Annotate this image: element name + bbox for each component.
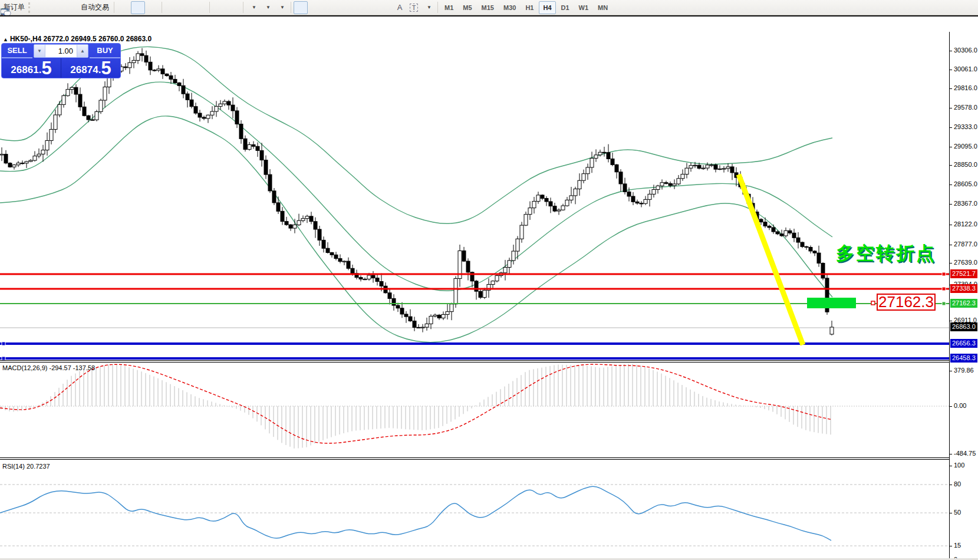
vertical-line-button[interactable] <box>322 1 336 14</box>
axis-tick <box>950 185 952 185</box>
price-axis-label: 28367.0 <box>954 200 977 207</box>
search-button[interactable] <box>938 1 952 14</box>
text-label-button[interactable]: T <box>407 1 421 14</box>
trendline-button[interactable] <box>350 1 364 14</box>
price-axis-label: 29816.0 <box>954 84 977 91</box>
axis-tick <box>950 321 952 321</box>
cursor-button[interactable] <box>294 1 308 14</box>
zoom-out-button[interactable] <box>179 1 193 14</box>
price-badge: 26656.3 <box>950 339 977 348</box>
auto-trading-button[interactable]: 自动交易 <box>77 1 111 14</box>
text-icon: A <box>397 3 403 12</box>
tile-windows-button[interactable] <box>193 1 207 14</box>
timeframe-button-m15[interactable]: M15 <box>478 1 498 14</box>
price-axis-label: 30061.0 <box>954 65 977 73</box>
axis-tick <box>950 263 952 263</box>
bollinger-upper-band <box>0 47 832 223</box>
sell-button[interactable]: SELL <box>2 44 32 58</box>
timeframe-button-h1[interactable]: H1 <box>521 1 538 14</box>
volume-value[interactable]: 1.00 <box>45 45 77 57</box>
equidistant-channel-button[interactable]: E <box>364 1 378 14</box>
new-chart-dropdown[interactable]: ▼ <box>246 1 260 14</box>
bar-chart-button[interactable] <box>117 1 131 14</box>
chevron-down-icon: ▼ <box>252 5 256 10</box>
axis-tick <box>950 245 952 245</box>
volume-down-button[interactable]: ▼ <box>34 45 45 57</box>
rsi-axis-label: 15 <box>954 542 961 549</box>
sell-price[interactable]: 26861.5 <box>2 58 61 78</box>
text-button[interactable]: A <box>393 1 407 14</box>
axis-tick <box>950 165 952 166</box>
green-zone-rect[interactable] <box>807 298 856 308</box>
collapse-triangle-icon[interactable]: ▲ <box>3 37 8 42</box>
toolbar-separator <box>437 2 438 13</box>
chevron-down-icon: ▼ <box>280 5 285 10</box>
timeframe-button-m5[interactable]: M5 <box>459 1 476 14</box>
rsi-splitter[interactable] <box>0 457 978 460</box>
toolbar-separator <box>114 2 114 13</box>
timeframe-button-d1[interactable]: D1 <box>557 1 574 14</box>
axis-tick <box>950 485 952 485</box>
toolbar-separator <box>291 2 291 13</box>
axis-tick <box>950 70 952 70</box>
horizontal-line-button[interactable] <box>336 1 350 14</box>
axis-tick <box>950 466 952 466</box>
axis-tick <box>950 88 952 89</box>
axis-tick <box>950 204 952 205</box>
volume-stepper: ▼ 1.00 ▲ <box>34 44 88 58</box>
crosshair-button[interactable] <box>308 1 322 14</box>
price-axis-label: 29578.0 <box>954 104 977 111</box>
signals-button[interactable] <box>62 1 77 14</box>
main-toolbar: 新订单 自动交易 ▼ ▼ ▼ E F A T ▼ M1M5M15M30H1H4D… <box>0 0 978 15</box>
macd-splitter[interactable] <box>0 360 978 363</box>
yellow-trendline[interactable] <box>739 174 803 345</box>
line-chart-button[interactable] <box>145 1 159 14</box>
mql5-community-button[interactable] <box>48 1 62 14</box>
line-handle[interactable] <box>942 302 946 305</box>
price-axis[interactable]: 30306.030061.029816.029578.029333.029095… <box>949 32 978 560</box>
metaeditor-button[interactable] <box>34 1 48 14</box>
profiles-dropdown[interactable]: ▼ <box>260 1 274 14</box>
buy-price[interactable]: 26874.5 <box>61 58 120 78</box>
note-anchor-handle[interactable] <box>871 301 875 305</box>
macd-axis-label: -484.75 <box>954 450 976 457</box>
timeframe-button-h4[interactable]: H4 <box>539 1 555 14</box>
price-axis-label: 28122.0 <box>954 220 977 228</box>
symbol-header: ▲HK50-,H4 26772.0 26949.5 26760.0 26863.… <box>3 35 152 43</box>
macd-chart-canvas[interactable] <box>0 363 949 459</box>
chart-shift-button[interactable] <box>226 1 241 14</box>
text-label-icon: T <box>410 4 419 12</box>
main-chart-canvas[interactable] <box>0 33 949 363</box>
timeframe-button-m1[interactable]: M1 <box>440 1 457 14</box>
chat-button[interactable] <box>957 1 971 14</box>
chevron-down-icon: ▼ <box>427 5 432 10</box>
auto-scroll-button[interactable] <box>212 1 226 14</box>
rsi-axis-label: 50 <box>954 509 961 516</box>
rsi-chart-canvas[interactable] <box>0 460 949 560</box>
price-axis-label: 27877.0 <box>954 241 977 248</box>
price-axis-label: 30306.0 <box>954 47 977 54</box>
buy-button[interactable]: BUY <box>90 44 120 58</box>
sell-price-big: 5 <box>41 60 51 77</box>
templates-dropdown[interactable]: ▼ <box>274 1 288 14</box>
line-handle[interactable] <box>942 272 946 276</box>
line-handle[interactable] <box>942 287 946 291</box>
timeframe-button-m30[interactable]: M30 <box>499 1 520 14</box>
fibonacci-button[interactable]: F <box>378 1 393 14</box>
timeframe-button-mn[interactable]: MN <box>594 1 612 14</box>
candlestick-chart-button[interactable] <box>131 1 145 14</box>
toolbar-grip <box>28 2 32 13</box>
arrows-dropdown[interactable]: ▼ <box>421 1 435 14</box>
line-handle[interactable] <box>2 342 5 345</box>
buy-price-big: 5 <box>101 60 111 77</box>
one-click-trade-panel: SELL ▼ 1.00 ▲ BUY 26861.5 26874.5 <box>1 43 121 78</box>
rsi-axis-label: 80 <box>954 480 961 487</box>
price-note-box[interactable]: 27162.3 <box>877 294 936 311</box>
timeframe-button-w1[interactable]: W1 <box>575 1 593 14</box>
axis-tick <box>950 513 952 513</box>
symbol-ohlc-text: HK50-,H4 26772.0 26949.5 26760.0 26863.0 <box>10 35 152 43</box>
chinese-annotation[interactable]: 多空转折点 <box>836 241 936 266</box>
zoom-in-button[interactable] <box>164 1 179 14</box>
price-axis-label: 28850.0 <box>954 161 977 168</box>
volume-up-button[interactable]: ▲ <box>77 45 88 57</box>
